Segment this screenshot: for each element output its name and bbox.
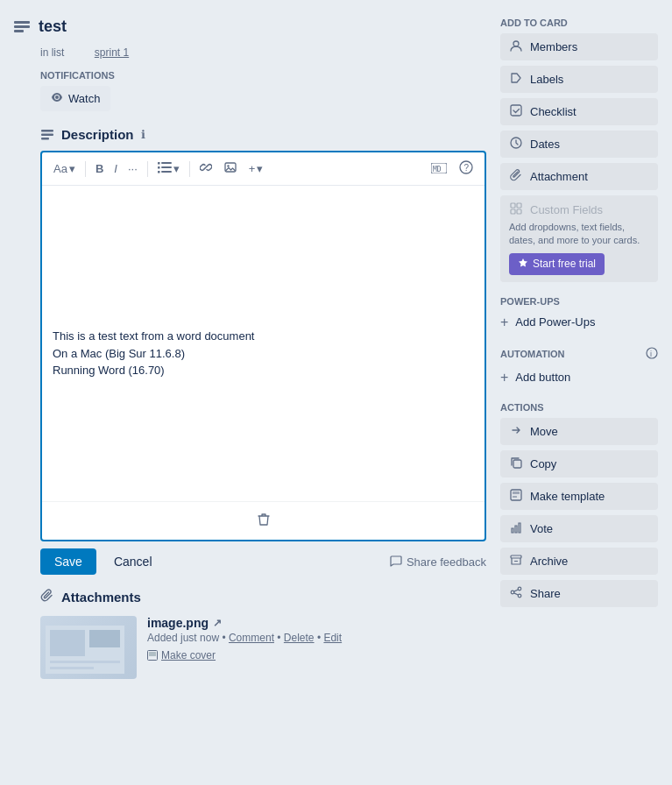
attachment-sidebar-icon bbox=[509, 169, 523, 184]
italic-button[interactable]: I bbox=[110, 159, 122, 178]
add-button[interactable]: + ▾ bbox=[244, 159, 268, 178]
watch-label: Watch bbox=[68, 92, 100, 105]
make-template-button[interactable]: Make template bbox=[500, 483, 658, 510]
feedback-icon bbox=[390, 555, 402, 569]
toolbar-divider-3 bbox=[189, 161, 190, 177]
vote-icon bbox=[509, 521, 523, 536]
svg-rect-21 bbox=[89, 630, 120, 647]
attachment-icon bbox=[40, 589, 54, 605]
notifications-section: Notifications Watch bbox=[40, 70, 486, 111]
trial-icon bbox=[518, 258, 528, 271]
checklist-icon bbox=[509, 104, 523, 119]
card-list-ref: in list sprint 1 bbox=[14, 44, 486, 60]
automation-header: Automation i bbox=[500, 347, 658, 362]
bold-button[interactable]: B bbox=[91, 159, 108, 178]
eye-icon bbox=[51, 91, 63, 106]
checklist-button[interactable]: Checklist bbox=[500, 98, 658, 125]
svg-rect-32 bbox=[517, 209, 521, 214]
share-icon bbox=[509, 586, 523, 601]
list-link[interactable]: sprint 1 bbox=[95, 46, 129, 59]
attachments-header: Attachments bbox=[40, 589, 486, 605]
markdown-button[interactable]: MD bbox=[427, 160, 451, 178]
archive-button[interactable]: Archive bbox=[500, 548, 658, 575]
description-icon bbox=[40, 128, 54, 142]
automation-label: Automation bbox=[500, 349, 565, 359]
list-button[interactable]: ▾ bbox=[153, 159, 184, 179]
add-power-ups-button[interactable]: + Add Power-Ups bbox=[500, 312, 658, 333]
svg-line-12 bbox=[204, 166, 207, 169]
card-title: test bbox=[39, 18, 67, 36]
plus-icon-automation: + bbox=[500, 371, 508, 385]
svg-rect-29 bbox=[511, 203, 515, 208]
external-link-icon[interactable]: ↗ bbox=[213, 617, 222, 629]
copy-label: Copy bbox=[530, 457, 556, 470]
watch-button[interactable]: Watch bbox=[40, 86, 110, 111]
automation-section: Automation i + Add button bbox=[500, 347, 658, 388]
delete-button[interactable] bbox=[251, 509, 277, 533]
svg-rect-4 bbox=[41, 133, 53, 136]
copy-button[interactable]: Copy bbox=[500, 450, 658, 477]
make-cover-button[interactable]: Make cover bbox=[147, 647, 216, 663]
labels-label: Labels bbox=[530, 73, 563, 86]
link-button[interactable] bbox=[195, 159, 216, 179]
main-content: test in list sprint 1 Notifications Watc… bbox=[14, 18, 500, 767]
description-section: Description ℹ Aa ▾ B bbox=[40, 127, 486, 575]
custom-fields-icon bbox=[509, 202, 523, 217]
help-button[interactable]: ? bbox=[455, 158, 477, 180]
plus-icon-power: + bbox=[500, 315, 508, 329]
add-button-automation[interactable]: + Add button bbox=[500, 367, 658, 388]
power-ups-section: Power-Ups + Add Power-Ups bbox=[500, 296, 658, 333]
svg-rect-27 bbox=[511, 105, 521, 116]
svg-rect-22 bbox=[50, 661, 120, 663]
svg-text:MD: MD bbox=[433, 166, 442, 173]
svg-rect-37 bbox=[513, 492, 520, 494]
attachment-thumbnail bbox=[40, 616, 137, 679]
more-format-button[interactable]: ··· bbox=[124, 159, 142, 178]
move-button[interactable]: Move bbox=[500, 418, 658, 445]
editor-content[interactable]: This is a test text from a word document… bbox=[53, 328, 474, 379]
share-feedback-link[interactable]: Share feedback bbox=[390, 555, 486, 569]
editor-body[interactable]: This is a test text from a word document… bbox=[42, 186, 485, 501]
card-type-icon bbox=[14, 21, 30, 37]
labels-icon bbox=[509, 72, 523, 87]
svg-text:?: ? bbox=[464, 163, 470, 173]
attachments-title: Attachments bbox=[61, 590, 141, 605]
members-label: Members bbox=[530, 40, 577, 53]
make-template-label: Make template bbox=[530, 490, 605, 503]
delete-link[interactable]: Delete bbox=[284, 632, 315, 644]
description-info-icon[interactable]: ℹ bbox=[141, 128, 145, 141]
text-format-button[interactable]: Aa ▾ bbox=[49, 159, 80, 178]
members-icon bbox=[509, 39, 523, 54]
dates-button[interactable]: Dates bbox=[500, 131, 658, 158]
actions-section: Actions Move Copy Make template bbox=[500, 402, 658, 607]
description-editor[interactable]: Aa ▾ B I ··· bbox=[40, 151, 486, 541]
toolbar-text-group: Aa ▾ bbox=[49, 159, 80, 178]
archive-icon bbox=[509, 554, 523, 569]
notifications-label: Notifications bbox=[40, 70, 486, 81]
cancel-button[interactable]: Cancel bbox=[105, 548, 161, 575]
image-button[interactable] bbox=[220, 159, 241, 179]
svg-rect-25 bbox=[149, 652, 156, 656]
custom-fields-description: Add dropdowns, text fields, dates, and m… bbox=[509, 221, 649, 248]
svg-rect-8 bbox=[161, 171, 172, 173]
vote-button[interactable]: Vote bbox=[500, 515, 658, 542]
sidebar: Add to card Members Labels Checklist bbox=[500, 18, 658, 767]
labels-button[interactable]: Labels bbox=[500, 66, 658, 93]
editor-footer bbox=[42, 501, 485, 540]
automation-info-button[interactable]: i bbox=[646, 347, 658, 362]
attachment-name: image.png ↗ bbox=[147, 616, 486, 630]
dates-label: Dates bbox=[530, 138, 560, 151]
attachment-item: image.png ↗ Added just now • Comment • D… bbox=[40, 616, 486, 679]
toolbar-divider-2 bbox=[147, 161, 148, 177]
attachment-button[interactable]: Attachment bbox=[500, 163, 658, 190]
edit-link[interactable]: Edit bbox=[323, 632, 342, 644]
custom-fields-box: Custom Fields Add dropdowns, text fields… bbox=[500, 195, 658, 282]
share-button[interactable]: Share bbox=[500, 580, 658, 607]
svg-point-26 bbox=[513, 41, 519, 46]
start-trial-button[interactable]: Start free trial bbox=[509, 253, 605, 275]
svg-rect-11 bbox=[158, 171, 160, 173]
members-button[interactable]: Members bbox=[500, 33, 658, 60]
save-button[interactable]: Save bbox=[40, 548, 96, 575]
comment-link[interactable]: Comment bbox=[229, 632, 274, 644]
checklist-label: Checklist bbox=[530, 105, 577, 118]
